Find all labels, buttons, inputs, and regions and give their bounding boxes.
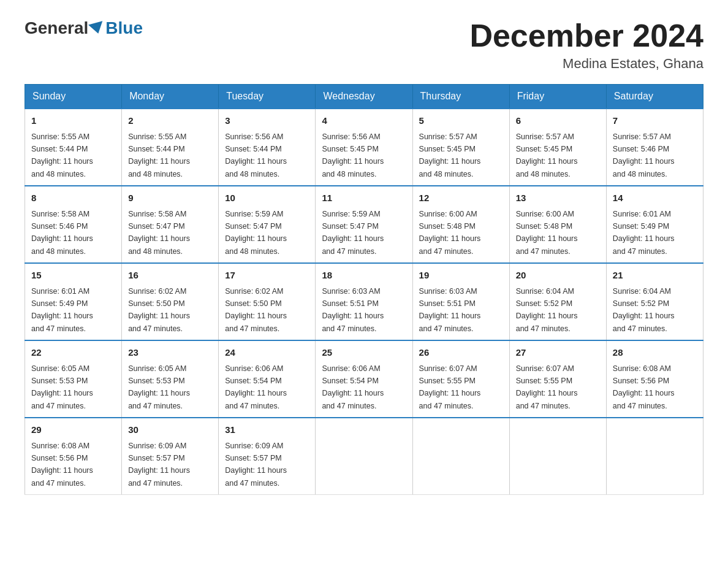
calendar-day-cell: 5 Sunrise: 5:57 AMSunset: 5:45 PMDayligh…: [412, 109, 509, 186]
day-number: 6: [516, 114, 600, 128]
location-title: Medina Estates, Ghana: [469, 56, 703, 72]
day-info: Sunrise: 6:02 AMSunset: 5:50 PMDaylight:…: [225, 287, 287, 333]
calendar-day-cell: 7 Sunrise: 5:57 AMSunset: 5:46 PMDayligh…: [606, 109, 703, 186]
calendar-day-cell: 27 Sunrise: 6:07 AMSunset: 5:55 PMDaylig…: [509, 340, 606, 418]
calendar-week-row: 15 Sunrise: 6:01 AMSunset: 5:49 PMDaylig…: [25, 263, 703, 340]
calendar-day-cell: 31 Sunrise: 6:09 AMSunset: 5:57 PMDaylig…: [219, 418, 316, 495]
day-number: 10: [225, 191, 309, 205]
day-info: Sunrise: 6:00 AMSunset: 5:48 PMDaylight:…: [419, 210, 481, 256]
calendar-day-cell: 10 Sunrise: 5:59 AMSunset: 5:47 PMDaylig…: [219, 186, 316, 263]
day-info: Sunrise: 6:04 AMSunset: 5:52 PMDaylight:…: [516, 287, 578, 333]
day-info: Sunrise: 6:08 AMSunset: 5:56 PMDaylight:…: [31, 442, 93, 488]
calendar-day-cell: 12 Sunrise: 6:00 AMSunset: 5:48 PMDaylig…: [412, 186, 509, 263]
calendar-day-cell: 21 Sunrise: 6:04 AMSunset: 5:52 PMDaylig…: [606, 263, 703, 340]
logo-general-text: General: [25, 18, 88, 38]
logo-blue-text: Blue: [105, 18, 143, 38]
day-number: 28: [613, 346, 697, 360]
day-number: 16: [128, 269, 212, 283]
calendar-day-cell: 6 Sunrise: 5:57 AMSunset: 5:45 PMDayligh…: [509, 109, 606, 186]
day-info: Sunrise: 5:56 AMSunset: 5:44 PMDaylight:…: [225, 132, 287, 178]
day-number: 9: [128, 191, 212, 205]
calendar-day-cell: 16 Sunrise: 6:02 AMSunset: 5:50 PMDaylig…: [122, 263, 219, 340]
day-number: 20: [516, 269, 600, 283]
calendar-day-cell: 23 Sunrise: 6:05 AMSunset: 5:53 PMDaylig…: [122, 340, 219, 418]
day-number: 27: [516, 346, 600, 360]
calendar-day-cell: 2 Sunrise: 5:55 AMSunset: 5:44 PMDayligh…: [122, 109, 219, 186]
day-header-wednesday: Wednesday: [316, 85, 412, 109]
day-info: Sunrise: 5:57 AMSunset: 5:46 PMDaylight:…: [613, 132, 675, 178]
day-info: Sunrise: 6:07 AMSunset: 5:55 PMDaylight:…: [419, 364, 481, 410]
day-info: Sunrise: 6:09 AMSunset: 5:57 PMDaylight:…: [225, 442, 287, 488]
calendar-day-cell: [509, 418, 606, 495]
calendar-week-row: 1 Sunrise: 5:55 AMSunset: 5:44 PMDayligh…: [25, 109, 703, 186]
calendar-day-cell: 15 Sunrise: 6:01 AMSunset: 5:49 PMDaylig…: [25, 263, 122, 340]
day-info: Sunrise: 5:56 AMSunset: 5:45 PMDaylight:…: [322, 132, 384, 178]
day-info: Sunrise: 6:01 AMSunset: 5:49 PMDaylight:…: [31, 287, 93, 333]
calendar-day-cell: 28 Sunrise: 6:08 AMSunset: 5:56 PMDaylig…: [606, 340, 703, 418]
calendar-day-cell: 8 Sunrise: 5:58 AMSunset: 5:46 PMDayligh…: [25, 186, 122, 263]
day-number: 18: [322, 269, 406, 283]
calendar-day-cell: 30 Sunrise: 6:09 AMSunset: 5:57 PMDaylig…: [122, 418, 219, 495]
logo-arrow-icon: [88, 21, 105, 36]
day-number: 25: [322, 346, 406, 360]
day-number: 29: [31, 423, 115, 437]
day-header-thursday: Thursday: [412, 85, 509, 109]
day-number: 1: [31, 114, 115, 128]
calendar-day-cell: 17 Sunrise: 6:02 AMSunset: 5:50 PMDaylig…: [219, 263, 316, 340]
calendar-day-cell: 18 Sunrise: 6:03 AMSunset: 5:51 PMDaylig…: [316, 263, 412, 340]
day-header-monday: Monday: [122, 85, 219, 109]
month-title: December 2024: [469, 18, 703, 53]
day-number: 12: [419, 191, 503, 205]
day-number: 4: [322, 114, 406, 128]
day-info: Sunrise: 5:59 AMSunset: 5:47 PMDaylight:…: [225, 210, 287, 256]
day-number: 15: [31, 269, 115, 283]
day-number: 24: [225, 346, 309, 360]
calendar-day-cell: 3 Sunrise: 5:56 AMSunset: 5:44 PMDayligh…: [219, 109, 316, 186]
day-header-friday: Friday: [509, 85, 606, 109]
day-number: 8: [31, 191, 115, 205]
logo: General Blue: [25, 18, 143, 38]
day-number: 22: [31, 346, 115, 360]
calendar-day-cell: [412, 418, 509, 495]
calendar-day-cell: 4 Sunrise: 5:56 AMSunset: 5:45 PMDayligh…: [316, 109, 412, 186]
calendar-day-cell: 1 Sunrise: 5:55 AMSunset: 5:44 PMDayligh…: [25, 109, 122, 186]
calendar-day-cell: 9 Sunrise: 5:58 AMSunset: 5:47 PMDayligh…: [122, 186, 219, 263]
calendar-day-cell: 24 Sunrise: 6:06 AMSunset: 5:54 PMDaylig…: [219, 340, 316, 418]
day-info: Sunrise: 6:02 AMSunset: 5:50 PMDaylight:…: [128, 287, 190, 333]
day-number: 23: [128, 346, 212, 360]
calendar-day-cell: 22 Sunrise: 6:05 AMSunset: 5:53 PMDaylig…: [25, 340, 122, 418]
day-info: Sunrise: 5:58 AMSunset: 5:47 PMDaylight:…: [128, 210, 190, 256]
day-number: 17: [225, 269, 309, 283]
day-header-tuesday: Tuesday: [219, 85, 316, 109]
day-number: 19: [419, 269, 503, 283]
day-number: 11: [322, 191, 406, 205]
day-number: 14: [613, 191, 697, 205]
calendar-day-cell: [606, 418, 703, 495]
calendar-day-cell: 13 Sunrise: 6:00 AMSunset: 5:48 PMDaylig…: [509, 186, 606, 263]
calendar-day-cell: 26 Sunrise: 6:07 AMSunset: 5:55 PMDaylig…: [412, 340, 509, 418]
day-number: 2: [128, 114, 212, 128]
day-info: Sunrise: 6:00 AMSunset: 5:48 PMDaylight:…: [516, 210, 578, 256]
day-info: Sunrise: 6:03 AMSunset: 5:51 PMDaylight:…: [419, 287, 481, 333]
calendar-table: SundayMondayTuesdayWednesdayThursdayFrid…: [25, 84, 703, 495]
day-header-saturday: Saturday: [606, 85, 703, 109]
day-info: Sunrise: 6:08 AMSunset: 5:56 PMDaylight:…: [613, 364, 675, 410]
day-number: 13: [516, 191, 600, 205]
day-info: Sunrise: 5:57 AMSunset: 5:45 PMDaylight:…: [419, 132, 481, 178]
day-info: Sunrise: 6:04 AMSunset: 5:52 PMDaylight:…: [613, 287, 675, 333]
calendar-day-cell: [316, 418, 412, 495]
calendar-day-cell: 11 Sunrise: 5:59 AMSunset: 5:47 PMDaylig…: [316, 186, 412, 263]
day-info: Sunrise: 5:57 AMSunset: 5:45 PMDaylight:…: [516, 132, 578, 178]
day-info: Sunrise: 6:05 AMSunset: 5:53 PMDaylight:…: [128, 364, 190, 410]
calendar-header-row: SundayMondayTuesdayWednesdayThursdayFrid…: [25, 85, 703, 109]
calendar-day-cell: 14 Sunrise: 6:01 AMSunset: 5:49 PMDaylig…: [606, 186, 703, 263]
calendar-day-cell: 25 Sunrise: 6:06 AMSunset: 5:54 PMDaylig…: [316, 340, 412, 418]
day-info: Sunrise: 6:06 AMSunset: 5:54 PMDaylight:…: [225, 364, 287, 410]
calendar-week-row: 29 Sunrise: 6:08 AMSunset: 5:56 PMDaylig…: [25, 418, 703, 495]
day-info: Sunrise: 6:07 AMSunset: 5:55 PMDaylight:…: [516, 364, 578, 410]
page-header: General Blue December 2024 Medina Estate…: [25, 18, 703, 72]
day-number: 21: [613, 269, 697, 283]
day-number: 3: [225, 114, 309, 128]
calendar-day-cell: 20 Sunrise: 6:04 AMSunset: 5:52 PMDaylig…: [509, 263, 606, 340]
day-number: 5: [419, 114, 503, 128]
